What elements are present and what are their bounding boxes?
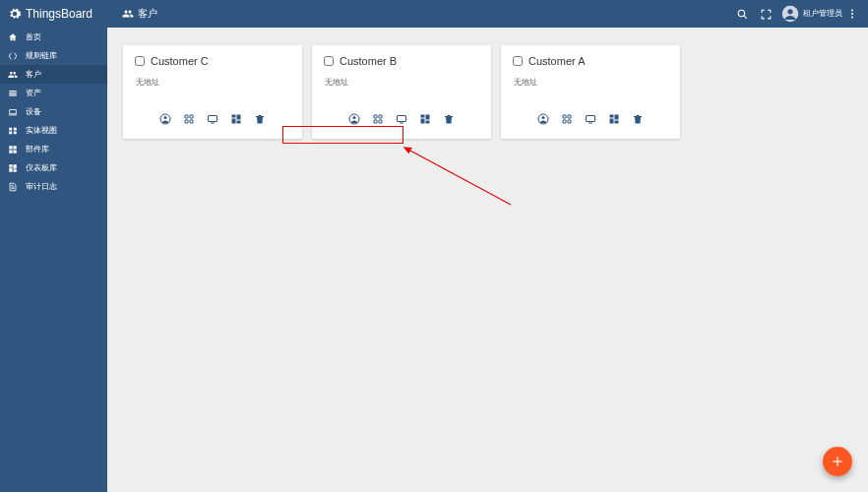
- sidebar-item-customers[interactable]: 客户: [0, 65, 107, 84]
- sidebar-item-home[interactable]: 首页: [0, 28, 107, 46]
- customers-icon: [122, 8, 134, 20]
- card-actions: [135, 111, 290, 133]
- manage-dashboards-icon: [419, 113, 431, 125]
- delete-icon: [254, 113, 266, 125]
- brand-logo-icon: [8, 7, 22, 21]
- account-menu[interactable]: 租户管理员: [781, 5, 842, 23]
- fullscreen-button[interactable]: [754, 2, 777, 26]
- avatar-icon: [781, 5, 799, 23]
- tutorial-arrow: [403, 144, 521, 213]
- search-button[interactable]: [730, 2, 754, 26]
- sidebar-item-label: 仪表板库: [26, 162, 57, 173]
- sidebar-item-rules[interactable]: 规则链库: [0, 46, 107, 65]
- card-actions: [324, 111, 479, 133]
- delete-button[interactable]: [443, 111, 455, 129]
- customer-address: 无地址: [325, 77, 479, 88]
- sidebar-item-label: 规则链库: [26, 50, 57, 61]
- devices-icon: [8, 107, 18, 117]
- manage-devices-icon: [207, 113, 218, 125]
- home-icon: [8, 32, 18, 42]
- sidebar-item-audit[interactable]: 审计日志: [0, 177, 107, 196]
- svg-line-9: [408, 150, 511, 205]
- customer-card[interactable]: Customer B 无地址: [312, 45, 491, 139]
- customer-name: Customer C: [151, 55, 209, 67]
- manage-assets-icon: [561, 113, 573, 125]
- page-title: 客户: [122, 7, 157, 21]
- manage-dashboards-button[interactable]: [419, 111, 431, 129]
- sidebar-item-label: 客户: [26, 69, 41, 80]
- assets-icon: [8, 89, 18, 98]
- search-icon: [736, 8, 749, 21]
- sidebar-item-assets[interactable]: 资产: [0, 84, 107, 102]
- more-button[interactable]: [844, 8, 860, 20]
- page-title-label: 客户: [138, 7, 157, 21]
- select-customer-checkbox[interactable]: [135, 56, 145, 66]
- manage-devices-icon: [585, 113, 596, 125]
- delete-icon: [632, 113, 644, 125]
- manage-users-icon: [348, 113, 360, 125]
- manage-dashboards-icon: [230, 113, 242, 125]
- manage-devices-button[interactable]: [207, 111, 218, 129]
- manage-dashboards-button[interactable]: [608, 111, 620, 129]
- manage-devices-icon: [396, 113, 407, 125]
- sidebar: 首页规则链库客户资产设备实体视图部件库仪表板库审计日志: [0, 28, 107, 492]
- dashboards-icon: [8, 163, 18, 173]
- manage-users-icon: [537, 113, 549, 125]
- delete-button[interactable]: [632, 111, 644, 129]
- app-header: ThingsBoard 客户 租户管理员: [0, 0, 868, 28]
- manage-assets-icon: [372, 113, 384, 125]
- more-vert-icon: [846, 8, 858, 20]
- manage-assets-button[interactable]: [372, 111, 384, 129]
- manage-users-button[interactable]: [348, 111, 360, 129]
- customer-address: 无地址: [136, 77, 290, 88]
- manage-assets-button[interactable]: [561, 111, 573, 129]
- sidebar-item-devices[interactable]: 设备: [0, 102, 107, 121]
- rules-icon: [8, 51, 18, 61]
- sidebar-item-label: 实体视图: [26, 125, 57, 136]
- manage-users-button[interactable]: [159, 111, 171, 129]
- select-customer-checkbox[interactable]: [324, 56, 334, 66]
- brand: ThingsBoard: [8, 7, 93, 21]
- manage-devices-button[interactable]: [396, 111, 407, 129]
- sidebar-item-views[interactable]: 实体视图: [0, 121, 107, 140]
- plus-icon: [831, 455, 844, 468]
- customer-name: Customer A: [528, 55, 585, 67]
- sidebar-item-label: 设备: [26, 106, 41, 117]
- sidebar-item-label: 首页: [26, 31, 41, 42]
- customer-address: 无地址: [514, 77, 668, 88]
- content-area: Customer C 无地址 Customer B 无地址 Customer A…: [107, 28, 868, 492]
- sidebar-item-label: 部件库: [26, 144, 49, 154]
- sidebar-item-label: 资产: [26, 88, 41, 98]
- customers-icon: [8, 70, 18, 80]
- card-actions: [513, 111, 668, 133]
- manage-devices-button[interactable]: [585, 111, 596, 129]
- manage-users-button[interactable]: [537, 111, 549, 129]
- manage-assets-button[interactable]: [183, 111, 195, 129]
- delete-button[interactable]: [254, 111, 266, 129]
- customer-card[interactable]: Customer A 无地址: [501, 45, 680, 139]
- sidebar-item-dashboards[interactable]: 仪表板库: [0, 158, 107, 177]
- brand-label: ThingsBoard: [26, 7, 93, 21]
- select-customer-checkbox[interactable]: [513, 56, 523, 66]
- manage-dashboards-icon: [608, 113, 620, 125]
- manage-dashboards-button[interactable]: [230, 111, 242, 129]
- delete-icon: [443, 113, 455, 125]
- audit-icon: [8, 182, 18, 192]
- add-customer-fab[interactable]: [823, 447, 852, 476]
- sidebar-item-widgets[interactable]: 部件库: [0, 140, 107, 158]
- account-label: 租户管理员: [803, 10, 842, 18]
- customer-card[interactable]: Customer C 无地址: [123, 45, 302, 139]
- fullscreen-icon: [760, 8, 773, 21]
- customer-name: Customer B: [340, 55, 397, 67]
- sidebar-item-label: 审计日志: [26, 181, 57, 192]
- manage-assets-icon: [183, 113, 195, 125]
- widgets-icon: [8, 145, 18, 154]
- views-icon: [8, 126, 18, 136]
- manage-users-icon: [159, 113, 171, 125]
